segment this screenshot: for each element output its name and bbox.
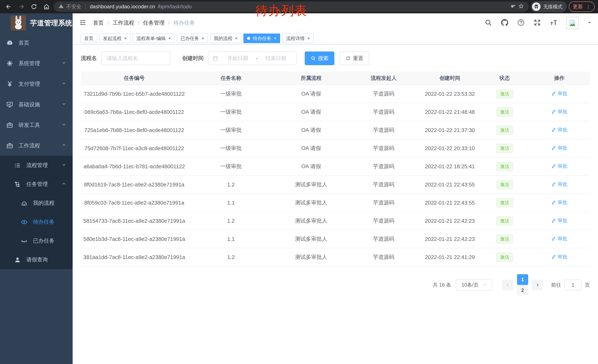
security-label[interactable]: 不安全 [66,3,81,10]
user-avatar[interactable] [566,17,578,29]
breadcrumb-item[interactable]: 首页 [93,19,104,27]
yen-icon [6,81,14,87]
table-row: a6aba0a4-7b6d-11ec-b781-acde48001122一级审批… [81,157,590,176]
goto-page-input[interactable]: 1 [565,280,581,290]
approve-button[interactable]: 审批 [551,145,567,151]
sidebar-item-6[interactable]: 工作流程 [0,135,73,156]
action-cell: 审批 [529,121,590,139]
bookmark-star-icon[interactable] [518,3,524,10]
search-button[interactable]: 搜索 [305,51,334,65]
avatar-caret-icon[interactable] [587,20,592,25]
tab-2[interactable]: 发起流程× [99,33,130,43]
font-size-icon[interactable] [550,19,557,27]
task-id-cell: 58154733-7ac8-11ec-a9e2-a2380e71991a [81,212,188,230]
sidebar-item-7[interactable]: 流程管理 [0,156,73,175]
forward-icon[interactable] [16,1,27,12]
sidebar-item-3[interactable]: 支付管理 [0,74,73,94]
close-icon[interactable]: × [201,36,204,40]
sidebar-item-4[interactable]: 基础设施 [0,94,73,115]
tab-7[interactable]: 流程详情× [282,33,314,43]
next-page-button[interactable] [532,280,543,290]
approve-label: 审批 [558,181,567,187]
close-icon[interactable]: × [274,36,276,40]
sidebar-item-10[interactable]: 待办任务 [0,212,73,231]
date-range-picker[interactable]: 开始日期 - 结束日期 [208,51,297,65]
sidebar-item-2[interactable]: 系统管理 [0,53,73,74]
update-label[interactable]: 更新 [573,3,583,10]
approve-button[interactable]: 审批 [551,163,567,170]
total-count: 共 16 条 [433,282,451,288]
process-name-input[interactable]: 请输入流程名 [101,51,170,65]
process-cell: 测试多审批人 [274,194,348,212]
url-path: /bpm/task/todo [158,4,192,10]
chevron-down-icon [482,282,487,288]
close-icon[interactable]: × [235,36,238,40]
start-date-placeholder[interactable]: 开始日期 [221,55,254,62]
fullscreen-icon[interactable] [533,19,541,27]
password-key-icon[interactable] [510,3,516,10]
status-cell: 激活 [480,157,529,176]
chevron-down-icon [61,101,66,108]
table-row: 381aa1dd-7ac8-11ec-a9e2-a2380e71991a1.2测… [81,248,590,266]
dashboard-icon [6,40,14,46]
approve-label: 审批 [558,163,567,170]
column-header: 所属流程 [274,72,348,85]
approve-button[interactable]: 审批 [551,181,567,187]
sidebar-item-11[interactable]: 已办任务 [0,231,73,250]
approve-button[interactable]: 审批 [551,199,567,206]
process-cell: OA 请假 [274,157,348,176]
eye-closed-icon [20,238,28,244]
tab-5[interactable]: 我的流程× [210,33,241,43]
reset-button[interactable]: 重置 [340,51,369,65]
breadcrumb-item[interactable]: 工作流程 [113,19,134,27]
approve-button[interactable]: 审批 [551,127,567,133]
home-icon[interactable] [41,1,52,12]
github-icon[interactable] [501,19,508,27]
tab-3[interactable]: 流程表单-编辑× [133,33,174,43]
page-size-select[interactable]: 10条/页 [456,279,492,291]
tab-1[interactable]: 首页 [80,33,97,43]
starter-cell: 芋道源码 [348,248,419,266]
page-button-1[interactable]: 1 [517,274,528,285]
prev-page-button[interactable] [502,280,513,290]
pagination: 共 16 条 10条/页 12 前往 1 页 [81,274,590,296]
status-cell: 激活 [480,121,529,139]
sidebar-item-12[interactable]: 请假查询 [0,250,73,269]
back-icon[interactable] [3,1,14,12]
browser-update-button[interactable]: 更新 [569,1,595,12]
column-header: 状态 [480,72,529,85]
sidebar-item-5[interactable]: 研发工具 [0,115,73,135]
chevron-up-icon [61,143,66,149]
sidebar-item-8[interactable]: 任务管理 [0,175,73,194]
approve-button[interactable]: 审批 [551,235,567,242]
table-row: 75d72608-7b7f-11ec-a3c8-acde48001122一级审批… [81,139,590,157]
tab-4[interactable]: 已办任务× [177,33,208,43]
breadcrumb: 首页/工作流程/任务管理/待办任务 [93,19,195,27]
app-logo[interactable]: 芋道管理系统 [0,13,73,32]
close-icon[interactable]: × [307,36,310,40]
sidebar-item-label: 已办任务 [33,237,54,245]
search-icon[interactable] [485,19,492,27]
approve-button[interactable]: 审批 [551,108,567,115]
close-icon[interactable]: × [124,36,127,40]
sidebar-item-9[interactable]: 我的流程 [0,194,73,212]
process-cell: OA 请假 [274,103,348,121]
tab-6[interactable]: 待办任务× [243,33,280,43]
page-button-2[interactable]: 2 [517,285,528,296]
table-header-row: 任务编号任务名称所属流程流程发起人创建时间状态操作 [81,72,590,85]
sidebar: 芋道管理系统 首页系统管理支付管理基础设施研发工具工作流程流程管理任务管理我的流… [0,13,73,364]
sidebar-item-1[interactable]: 首页 [0,32,73,53]
approve-button[interactable]: 审批 [551,90,567,97]
breadcrumb-item[interactable]: 任务管理 [143,19,165,27]
url-host[interactable]: dashboard.yudao.iocoder.cn [90,4,155,10]
reload-icon[interactable] [29,1,39,12]
status-badge: 激活 [496,126,513,135]
approve-button[interactable]: 审批 [551,217,567,224]
status-cell: 激活 [480,176,529,194]
end-date-placeholder[interactable]: 结束日期 [259,55,292,62]
close-icon[interactable]: × [168,36,171,40]
help-icon[interactable] [517,19,525,27]
approve-button[interactable]: 审批 [551,254,567,260]
sidebar-collapse-icon[interactable] [79,19,87,27]
logo-avatar [11,15,26,31]
